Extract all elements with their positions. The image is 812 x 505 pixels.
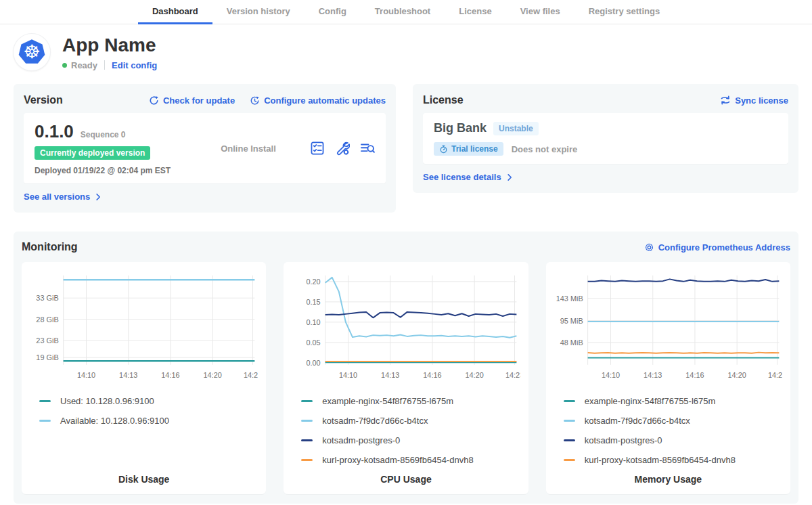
check-for-update-link[interactable]: Check for update xyxy=(149,95,235,106)
legend-swatch-icon xyxy=(39,400,51,402)
svg-text:0.20: 0.20 xyxy=(307,278,321,286)
svg-text:14:10: 14:10 xyxy=(602,371,620,379)
divider xyxy=(104,60,105,70)
svg-text:14:16: 14:16 xyxy=(161,371,179,379)
legend-label: Used: 10.128.0.96:9100 xyxy=(60,396,154,406)
legend-swatch-icon xyxy=(564,420,575,422)
deployed-timestamp: Deployed 01/19/22 @ 02:04 pm EST xyxy=(35,166,187,175)
chevron-right-icon xyxy=(94,193,102,201)
gear-icon xyxy=(644,242,654,252)
svg-text:95 MiB: 95 MiB xyxy=(560,317,583,325)
app-header: ☸ App Name Ready Edit config xyxy=(0,24,812,74)
cpu-usage-chart-card: 0.000.050.100.150.2014:1014:1314:1614:20… xyxy=(284,262,528,494)
svg-text:14:20: 14:20 xyxy=(204,371,222,379)
chevron-right-icon xyxy=(505,173,514,181)
legend-item: kotsadm-7f9dc7d66c-b4tcx xyxy=(554,411,782,431)
sequence-label: Sequence 0 xyxy=(81,130,126,139)
svg-text:19 GiB: 19 GiB xyxy=(36,353,58,361)
svg-text:0.00: 0.00 xyxy=(307,359,321,367)
memory-usage-legend: example-nginx-54f8f76755-l675mkotsadm-7f… xyxy=(554,391,782,470)
svg-text:14:13: 14:13 xyxy=(119,371,137,379)
legend-label: kotsadm-7f9dc7d66c-b4tcx xyxy=(322,416,428,426)
current-version-row: 0.1.0 Sequence 0 Currently deployed vers… xyxy=(24,113,386,183)
memory-usage-plot[interactable]: 48 MiB95 MiB143 MiB14:1014:1314:1614:201… xyxy=(554,269,782,386)
svg-text:33 GiB: 33 GiB xyxy=(36,294,58,302)
svg-text:23 GiB: 23 GiB xyxy=(36,336,58,345)
cpu-usage-legend: example-nginx-54f8f76755-l675mkotsadm-7f… xyxy=(292,391,520,470)
svg-text:14:13: 14:13 xyxy=(381,371,399,379)
legend-swatch-icon xyxy=(564,459,575,461)
refresh-icon xyxy=(149,95,159,106)
svg-text:14:13: 14:13 xyxy=(644,371,662,379)
monitoring-card: Monitoring Configure Prometheus Address … xyxy=(14,232,798,504)
tab-troubleshoot[interactable]: Troubleshoot xyxy=(361,0,445,24)
svg-text:14:16: 14:16 xyxy=(424,371,442,379)
currently-deployed-badge: Currently deployed version xyxy=(35,146,150,160)
stopwatch-icon xyxy=(439,145,448,154)
monitoring-title: Monitoring xyxy=(22,241,78,253)
legend-swatch-icon xyxy=(564,400,575,402)
tab-view-files[interactable]: View files xyxy=(506,0,574,24)
legend-label: kotsadm-postgres-0 xyxy=(322,435,400,445)
disk-usage-plot[interactable]: 19 GiB23 GiB28 GiB33 GiB14:1014:1314:161… xyxy=(30,269,258,386)
svg-text:14:23: 14:23 xyxy=(244,371,258,379)
legend-swatch-icon xyxy=(301,459,313,461)
chart-title: Disk Usage xyxy=(30,474,258,489)
see-license-details-link[interactable]: See license details xyxy=(423,172,514,182)
tab-config[interactable]: Config xyxy=(304,0,361,24)
memory-usage-chart-card: 48 MiB95 MiB143 MiB14:1014:1314:1614:201… xyxy=(546,262,790,494)
see-all-versions-link[interactable]: See all versions xyxy=(24,192,102,202)
tab-license[interactable]: License xyxy=(445,0,505,24)
legend-item: Available: 10.128.0.96:9100 xyxy=(30,411,258,431)
svg-text:0.15: 0.15 xyxy=(307,298,321,306)
svg-text:14:23: 14:23 xyxy=(768,371,782,379)
cpu-usage-plot[interactable]: 0.000.050.100.150.2014:1014:1314:1614:20… xyxy=(292,269,520,386)
channel-badge: Unstable xyxy=(493,122,539,135)
chart-title: Memory Usage xyxy=(554,474,782,489)
edit-config-link[interactable]: Edit config xyxy=(112,60,157,70)
status-badge: Ready xyxy=(71,60,97,70)
license-card: License Sync license Big Bank Unstable xyxy=(413,84,798,193)
expiry-text: Does not expire xyxy=(512,144,578,154)
legend-item: example-nginx-54f8f76755-l675m xyxy=(292,391,520,411)
legend-item: kurl-proxy-kotsadm-8569fb6454-dnvh8 xyxy=(554,450,782,470)
legend-label: kotsadm-postgres-0 xyxy=(585,435,662,445)
legend-item: Used: 10.128.0.96:9100 xyxy=(30,391,258,411)
top-nav: Dashboard Version history Config Trouble… xyxy=(0,0,812,24)
install-type-label: Online Install xyxy=(187,121,310,175)
tab-dashboard[interactable]: Dashboard xyxy=(138,0,212,24)
svg-text:14:23: 14:23 xyxy=(505,371,520,379)
config-wrench-icon[interactable] xyxy=(335,141,350,156)
version-number: 0.1.0 xyxy=(35,121,74,142)
svg-text:48 MiB: 48 MiB xyxy=(560,338,583,347)
license-type-badge: Trial license xyxy=(434,142,503,156)
preflight-checklist-icon[interactable] xyxy=(310,141,325,156)
legend-item: example-nginx-54f8f76755-l675m xyxy=(554,391,782,411)
svg-text:14:20: 14:20 xyxy=(727,371,746,379)
chart-title: CPU Usage xyxy=(292,474,520,489)
legend-label: example-nginx-54f8f76755-l675m xyxy=(585,396,716,406)
svg-text:14:10: 14:10 xyxy=(339,371,357,379)
svg-text:14:20: 14:20 xyxy=(466,371,484,379)
svg-text:143 MiB: 143 MiB xyxy=(556,294,583,303)
tab-version-history[interactable]: Version history xyxy=(212,0,304,24)
svg-text:28 GiB: 28 GiB xyxy=(36,315,58,324)
license-detail-row: Big Bank Unstable Trial license Does not… xyxy=(423,113,788,164)
legend-label: kurl-proxy-kotsadm-8569fb6454-dnvh8 xyxy=(322,455,473,465)
disk-usage-legend: Used: 10.128.0.96:9100Available: 10.128.… xyxy=(30,391,258,431)
version-card: Version Check for update xyxy=(14,84,396,213)
sync-license-link[interactable]: Sync license xyxy=(720,95,788,106)
legend-item: kotsadm-7f9dc7d66c-b4tcx xyxy=(292,411,520,431)
status-dot-icon xyxy=(62,63,67,68)
version-card-title: Version xyxy=(24,94,63,106)
legend-swatch-icon xyxy=(301,420,313,422)
legend-swatch-icon xyxy=(39,420,51,422)
legend-label: kurl-proxy-kotsadm-8569fb6454-dnvh8 xyxy=(585,455,736,465)
tab-registry-settings[interactable]: Registry settings xyxy=(574,0,674,24)
svg-text:0.05: 0.05 xyxy=(307,338,321,347)
svg-text:14:10: 14:10 xyxy=(77,371,95,379)
configure-prometheus-link[interactable]: Configure Prometheus Address xyxy=(644,242,790,252)
configure-automatic-updates-link[interactable]: Configure automatic updates xyxy=(250,95,386,106)
license-card-title: License xyxy=(423,94,464,106)
deploy-logs-icon[interactable] xyxy=(360,141,375,156)
